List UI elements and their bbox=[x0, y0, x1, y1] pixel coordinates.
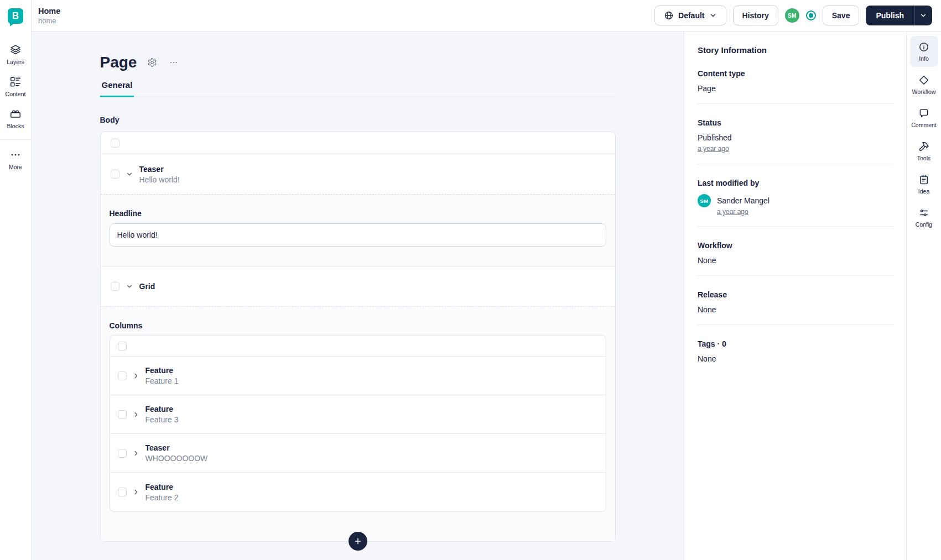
tab-config[interactable]: Config bbox=[910, 202, 938, 233]
sidebar-item-layers[interactable]: Layers bbox=[0, 38, 31, 70]
block-checkbox[interactable] bbox=[111, 282, 119, 291]
block-row-teaser[interactable]: Teaser Hello world! bbox=[101, 154, 615, 194]
gear-icon bbox=[147, 57, 157, 67]
select-all-checkbox[interactable] bbox=[111, 139, 119, 148]
page-settings-button[interactable] bbox=[146, 56, 158, 69]
select-all-checkbox[interactable] bbox=[118, 342, 127, 350]
app-root: B Layers Content bbox=[0, 0, 941, 560]
block-row-feature-1[interactable]: Feature Feature 1 bbox=[110, 357, 606, 395]
chevron-down-icon bbox=[126, 170, 133, 178]
top-bar: Home home Default History SM bbox=[32, 0, 941, 32]
block-title: Feature bbox=[145, 405, 179, 414]
columns-block-card: Feature Feature 1 bbox=[110, 335, 606, 512]
story-slug: home bbox=[38, 17, 60, 25]
idea-icon bbox=[918, 174, 929, 185]
headline-input[interactable] bbox=[110, 223, 606, 247]
last-modified-section: Last modified by SM Sander Mangel a year… bbox=[698, 164, 893, 227]
expand-block-button[interactable] bbox=[132, 449, 140, 457]
page-more-button[interactable] bbox=[168, 56, 180, 69]
tab-tools[interactable]: Tools bbox=[910, 135, 938, 166]
block-title: Teaser bbox=[139, 165, 180, 174]
avatar-initials: SM bbox=[788, 13, 797, 19]
editor-area: Page General bbox=[32, 32, 684, 560]
ellipsis-icon bbox=[169, 57, 179, 67]
status-section: Status Published a year ago bbox=[698, 104, 893, 164]
block-checkbox[interactable] bbox=[118, 410, 127, 419]
collapse-block-button[interactable] bbox=[126, 282, 133, 290]
info-icon bbox=[918, 41, 929, 53]
expand-block-button[interactable] bbox=[132, 411, 140, 418]
block-subtitle: WHOOOOOOOW bbox=[145, 454, 208, 463]
sidebar-item-blocks[interactable]: Blocks bbox=[0, 102, 31, 134]
add-block-button[interactable] bbox=[349, 532, 367, 551]
block-subtitle: Feature 3 bbox=[145, 415, 179, 424]
comment-icon bbox=[918, 108, 929, 119]
layers-icon bbox=[9, 44, 22, 56]
publish-label: Publish bbox=[866, 6, 914, 25]
publish-dropdown-toggle[interactable] bbox=[914, 6, 932, 25]
chevron-right-icon bbox=[132, 488, 140, 496]
block-checkbox[interactable] bbox=[118, 371, 127, 380]
tab-workflow[interactable]: Workflow bbox=[910, 69, 938, 100]
sidebar-item-more[interactable]: More bbox=[0, 143, 31, 175]
globe-icon bbox=[664, 11, 674, 20]
tab-bar: General bbox=[100, 80, 616, 97]
collapse-block-button[interactable] bbox=[126, 170, 133, 178]
save-button[interactable]: Save bbox=[823, 6, 860, 25]
tab-general[interactable]: General bbox=[100, 80, 134, 97]
chevron-right-icon bbox=[132, 411, 140, 418]
modified-time-link[interactable]: a year ago bbox=[717, 208, 770, 216]
block-title: Grid bbox=[139, 282, 155, 291]
last-modified-label: Last modified by bbox=[698, 179, 893, 187]
content-row: Page General bbox=[32, 32, 941, 560]
workflow-section: Workflow None bbox=[698, 227, 893, 276]
modified-by-avatar: SM bbox=[698, 194, 711, 207]
content-type-value: Page bbox=[698, 84, 893, 93]
block-checkbox[interactable] bbox=[118, 449, 127, 458]
storyblok-logo[interactable]: B bbox=[0, 0, 31, 32]
chevron-right-icon bbox=[132, 449, 140, 457]
block-subtitle: Hello world! bbox=[139, 175, 180, 184]
block-checkbox[interactable] bbox=[118, 488, 127, 496]
status-time-link[interactable]: a year ago bbox=[698, 145, 729, 153]
block-row-feature-3[interactable]: Feature Feature 3 bbox=[110, 395, 606, 434]
content-icon bbox=[9, 76, 22, 88]
top-actions: Default History SM Save Publish bbox=[654, 6, 932, 25]
columns-field-label: Columns bbox=[110, 321, 606, 330]
expand-block-button[interactable] bbox=[132, 488, 140, 496]
block-row-teaser-whoooooooow[interactable]: Teaser WHOOOOOOOW bbox=[110, 434, 606, 473]
radio-dot-icon[interactable] bbox=[806, 11, 816, 20]
rail-divider bbox=[0, 139, 31, 140]
language-selector[interactable]: Default bbox=[654, 6, 726, 25]
block-row-grid[interactable]: Grid bbox=[101, 266, 615, 306]
user-avatar[interactable]: SM bbox=[785, 8, 799, 23]
chevron-down-icon bbox=[919, 12, 927, 19]
logo-letter: B bbox=[12, 11, 19, 22]
card-select-row bbox=[110, 336, 606, 357]
tab-info[interactable]: Info bbox=[910, 36, 938, 67]
sidebar-item-content[interactable]: Content bbox=[0, 70, 31, 102]
headline-field-label: Headline bbox=[110, 209, 606, 218]
modified-by-name: Sander Mangel bbox=[717, 194, 770, 205]
breadcrumb: Home home bbox=[38, 7, 60, 25]
more-icon bbox=[9, 149, 22, 161]
expand-block-button[interactable] bbox=[132, 372, 140, 380]
right-icon-rail: Info Workflow Comment bbox=[906, 32, 941, 560]
plus-icon bbox=[353, 537, 362, 546]
status-value: Published bbox=[698, 133, 893, 142]
config-icon bbox=[918, 207, 929, 218]
chevron-down-icon bbox=[709, 12, 717, 19]
left-rail: B Layers Content bbox=[0, 0, 32, 560]
tags-section: Tags · 0 None bbox=[698, 325, 893, 374]
publish-button[interactable]: Publish bbox=[866, 6, 932, 25]
tags-value: None bbox=[698, 354, 893, 363]
history-button[interactable]: History bbox=[733, 6, 778, 25]
block-checkbox[interactable] bbox=[111, 170, 119, 179]
block-row-feature-2[interactable]: Feature Feature 2 bbox=[110, 473, 606, 511]
tab-comment[interactable]: Comment bbox=[910, 102, 938, 133]
card-select-row bbox=[101, 132, 615, 154]
tab-idea[interactable]: Idea bbox=[910, 169, 938, 200]
content-type-label: Content type bbox=[698, 69, 893, 78]
release-value: None bbox=[698, 305, 893, 314]
block-title: Feature bbox=[145, 366, 179, 375]
